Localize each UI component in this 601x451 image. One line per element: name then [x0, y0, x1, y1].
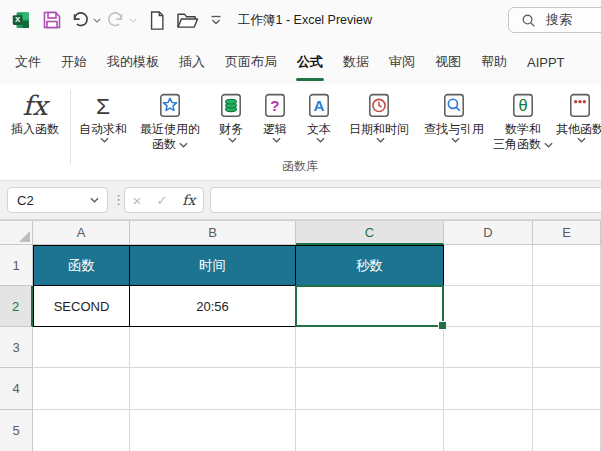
redo-button — [106, 11, 126, 29]
math-trig-button[interactable]: θ 数学和 三角函数 — [491, 86, 555, 152]
cell-E3[interactable] — [533, 327, 601, 368]
row-header-3[interactable]: 3 — [0, 327, 33, 368]
chevron-down-icon — [179, 142, 188, 148]
coins-icon — [218, 90, 244, 122]
column-header-a[interactable]: A — [33, 221, 130, 245]
cell-C1[interactable]: 秒数 — [296, 245, 444, 286]
cell-C4[interactable] — [296, 368, 444, 410]
name-box-value: C2 — [8, 193, 34, 208]
cancel-button[interactable]: × — [133, 193, 142, 208]
cell-D2[interactable] — [444, 286, 533, 327]
formula-bar: C2 ⋮ × ✓ fx — [0, 181, 601, 220]
fill-handle[interactable] — [438, 321, 447, 330]
cell-B1[interactable]: 时间 — [130, 245, 296, 286]
tab-aippt[interactable]: AIPPT — [517, 40, 575, 84]
column-header-d[interactable]: D — [444, 221, 533, 245]
ribbon-tab-bar: 文件 开始 我的模板 插入 页面布局 公式 数据 审阅 视图 帮助 AIPPT — [0, 40, 601, 84]
column-header-c[interactable]: C — [296, 221, 444, 245]
tab-page-layout[interactable]: 页面布局 — [215, 40, 287, 84]
fx-icon: fx — [22, 90, 47, 122]
search-box[interactable]: 搜索 — [508, 7, 601, 33]
ribbon-button-label: 数学和 — [505, 122, 541, 137]
chevron-down-icon — [577, 137, 586, 143]
name-box[interactable]: C2 — [7, 187, 108, 213]
financial-button[interactable]: 财务 — [209, 86, 253, 143]
cell-D3[interactable] — [444, 327, 533, 368]
formula-input[interactable] — [210, 187, 601, 213]
ribbon-button-label: 其他函数 — [556, 122, 601, 137]
tab-review[interactable]: 审阅 — [379, 40, 425, 84]
open-file-button[interactable] — [176, 11, 199, 30]
cell-E5[interactable] — [533, 410, 601, 451]
cell-E1[interactable] — [533, 245, 601, 286]
customize-quick-access-button[interactable] — [210, 15, 222, 26]
date-time-button[interactable]: 日期和时间 — [341, 86, 417, 143]
column-header-b[interactable]: B — [130, 221, 296, 245]
row-header-5[interactable]: 5 — [0, 410, 33, 451]
tab-data[interactable]: 数据 — [333, 40, 379, 84]
tab-view[interactable]: 视图 — [425, 40, 471, 84]
cell-A4[interactable] — [33, 368, 130, 410]
ribbon-button-label: 逻辑 — [263, 122, 287, 137]
undo-button[interactable] — [70, 11, 90, 29]
cell-A1[interactable]: 函数 — [33, 245, 130, 286]
row-header-4[interactable]: 4 — [0, 368, 33, 410]
lookup-reference-button[interactable]: 查找与引用 — [417, 86, 491, 143]
sheet-grid: A B C D E 1 函数 时间 秒数 2 SECOND 20:56 3 4 … — [0, 220, 601, 451]
select-all-corner[interactable] — [0, 221, 33, 245]
column-header-e[interactable]: E — [533, 221, 601, 245]
chevron-down-icon — [228, 137, 237, 143]
cell-B5[interactable] — [130, 410, 296, 451]
insert-function-fx-button[interactable]: fx — [182, 192, 195, 208]
function-library-group-label: 函数库 — [255, 158, 345, 175]
tab-help[interactable]: 帮助 — [471, 40, 517, 84]
title-bar: X — [0, 0, 601, 40]
autosum-button[interactable]: Σ 自动求和 — [75, 86, 131, 143]
row-header-2[interactable]: 2 — [0, 286, 33, 327]
cell-D5[interactable] — [444, 410, 533, 451]
tab-insert[interactable]: 插入 — [169, 40, 215, 84]
cell-A5[interactable] — [33, 410, 130, 451]
search-icon — [521, 13, 536, 28]
cell-A2[interactable]: SECOND — [33, 286, 130, 327]
cell-D1[interactable] — [444, 245, 533, 286]
ellipsis-icon — [567, 90, 593, 122]
ribbon-button-label: 函数 — [152, 137, 176, 152]
cell-D4[interactable] — [444, 368, 533, 410]
cell-B3[interactable] — [130, 327, 296, 368]
cell-E2[interactable] — [533, 286, 601, 327]
new-workbook-button[interactable] — [148, 10, 166, 31]
tab-formulas[interactable]: 公式 — [287, 40, 333, 84]
chevron-down-icon — [272, 137, 281, 143]
cell-B2[interactable]: 20:56 — [130, 286, 296, 327]
tab-my-templates[interactable]: 我的模板 — [97, 40, 169, 84]
chevron-down-icon[interactable] — [90, 197, 99, 203]
ribbon-button-label: 文本 — [307, 122, 331, 137]
ribbon-button-label: 查找与引用 — [424, 122, 484, 137]
chevron-down-icon[interactable] — [93, 18, 101, 23]
cell-C2[interactable] — [296, 286, 444, 327]
tab-file[interactable]: 文件 — [5, 40, 51, 84]
cell-B4[interactable] — [130, 368, 296, 410]
chevron-down-icon — [451, 137, 460, 143]
confirm-button[interactable]: ✓ — [156, 193, 167, 208]
ribbon-button-label: 最近使用的 — [140, 122, 200, 137]
row-header-1[interactable]: 1 — [0, 245, 33, 286]
cell-E4[interactable] — [533, 368, 601, 410]
text-functions-button[interactable]: A 文本 — [297, 86, 341, 143]
more-functions-button[interactable]: 其他函数 — [555, 86, 601, 143]
ribbon-button-label: 日期和时间 — [349, 122, 409, 137]
ribbon-button-label: 自动求和 — [79, 122, 127, 137]
cell-C5[interactable] — [296, 410, 444, 451]
window-title: 工作簿1 - Excel Preview — [238, 0, 372, 40]
sigma-icon: Σ — [90, 90, 116, 122]
cell-C3[interactable] — [296, 327, 444, 368]
recent-functions-button[interactable]: 最近使用的 函数 — [131, 86, 209, 152]
logical-button[interactable]: ? 逻辑 — [253, 86, 297, 143]
cell-A3[interactable] — [33, 327, 130, 368]
tab-home[interactable]: 开始 — [51, 40, 97, 84]
insert-function-button[interactable]: fx 插入函数 — [4, 86, 66, 137]
svg-text:X: X — [15, 15, 21, 24]
save-button[interactable] — [42, 10, 62, 30]
svg-text:θ: θ — [518, 96, 527, 114]
